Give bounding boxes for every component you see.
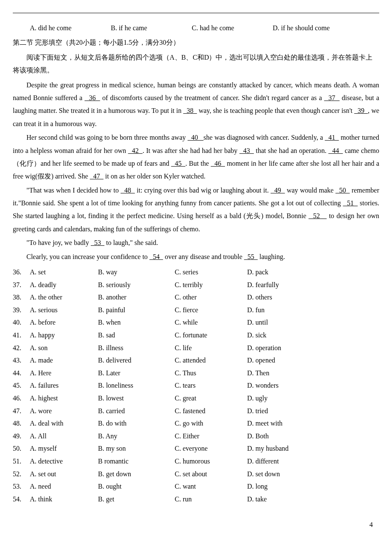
opt-b: B. loneliness (98, 379, 175, 392)
opt-a: A. before (30, 316, 98, 329)
opt-a: A. All (30, 430, 98, 443)
opt-c: C. fastened (175, 405, 247, 417)
blank-41: 41 (325, 134, 339, 141)
opt-c: C. while (175, 316, 247, 329)
opt-a: A. Here (30, 367, 98, 380)
opt-a: A. deal with (30, 417, 98, 430)
q-number: 54. (13, 493, 30, 506)
q-number: 53. (13, 480, 30, 493)
blank-48: 48 (121, 187, 135, 194)
cloze-row: 54.A. thinkB. getC. runD. take (13, 493, 379, 506)
opt-a: A. failures (30, 379, 98, 392)
opt-c: C. life (175, 342, 247, 354)
opt-b: B. carried (98, 405, 175, 417)
opt-b: B. lowest (98, 392, 175, 405)
opt-d: D. my husband (247, 442, 328, 455)
opt-b: B. when (98, 316, 175, 329)
opt-a: A. happy (30, 329, 98, 342)
opt-c: C. Either (175, 430, 247, 443)
passage-p4: "To have joy, we badly 53 to laugh," she… (13, 236, 379, 249)
opt-d: D. fun (247, 304, 328, 317)
opt-c: C. set about (175, 468, 247, 481)
p5a: Clearly, you can increase your confidenc… (26, 253, 150, 260)
q-number: 39. (13, 304, 30, 317)
opt-b: B romantic (98, 455, 175, 468)
passage-p2: Her second child was going to be born th… (13, 131, 379, 183)
opt-b: B. do with (98, 417, 175, 430)
p2a: Her second child was going to be born th… (26, 134, 187, 141)
q-number: 40. (13, 316, 30, 329)
opt-b: B. get (98, 493, 175, 506)
opt-d: D. Both (247, 430, 328, 443)
opt-c: C. series (175, 266, 247, 279)
opt-d: D. sick (247, 329, 328, 342)
opt-c: C. attended (175, 354, 247, 367)
cloze-row: 50.A. myselfB. my sonC. everyoneD. my hu… (13, 442, 379, 455)
opt-d: D. tried (247, 405, 328, 417)
cloze-row: 51.A. detectiveB romanticC. humorousD. d… (13, 455, 379, 468)
p3c: way would make (285, 187, 336, 194)
opt-c: C. tears (175, 379, 247, 392)
opt-c: C. other (175, 291, 247, 304)
opt-d: D. fearfully (247, 279, 328, 291)
q-number: 41. (13, 329, 30, 342)
section-instruction: 阅读下面短文，从短文后各题所给的四个选项（A、B、C和D）中，选出可以填入空白处… (13, 51, 379, 77)
opt-d: D. until (247, 316, 328, 329)
cloze-row: 40.A. before B. whenC. while D. until (13, 316, 379, 329)
q-number: 44. (13, 367, 30, 380)
opt-d: D. ugly (247, 392, 328, 405)
opt-c: C. great (175, 392, 247, 405)
p4a: "To have joy, we badly (26, 239, 91, 246)
blank-45: 45 (171, 160, 185, 167)
opt-b: B. illness (98, 342, 175, 354)
cloze-row: 43.A. madeB. deliveredC. attendedD. open… (13, 354, 379, 367)
passage-p1: Despite the great progress in medical sc… (13, 79, 379, 131)
blank-44: 44 (329, 147, 343, 154)
p3b: it: crying over this bad wig or laughing… (135, 187, 271, 194)
opt-a: A. detective (30, 455, 98, 468)
p4b: to laugh," she said. (104, 239, 158, 246)
q-number: 36. (13, 266, 30, 279)
blank-36: 36 (84, 94, 100, 101)
opt-c: C. go with (175, 417, 247, 430)
top-rule (13, 13, 379, 13)
opt-c: C. humorous (175, 455, 247, 468)
opt-d: D. wonders (247, 379, 328, 392)
opt-a: A. did he come (30, 22, 111, 35)
p1b: of discomforts caused by the treatment o… (100, 94, 324, 101)
cloze-row: 48.A. deal withB. do withC. go withD. me… (13, 417, 379, 430)
q-number: 51. (13, 455, 30, 468)
cloze-row: 53.A. needB. oughtC. wantD. long (13, 480, 379, 493)
opt-b: B. ought (98, 480, 175, 493)
opt-d: D. pack (247, 266, 328, 279)
opt-a: A. the other (30, 291, 98, 304)
opt-a: A. highest (30, 392, 98, 405)
blank-54: 54 (150, 253, 163, 260)
cloze-row: 38.A. the otherB. anotherC. otherD. othe… (13, 291, 379, 304)
opt-b: B. another (98, 291, 175, 304)
q-number: 52. (13, 468, 30, 481)
cloze-row: 37.A. deadlyB. seriouslyC. terriblyD. fe… (13, 279, 379, 291)
opt-d: D. long (247, 480, 328, 493)
opt-b: B. Any (98, 430, 175, 443)
opt-b: B. way (98, 266, 175, 279)
q-number: 42. (13, 342, 30, 354)
opt-c: C. fierce (175, 304, 247, 317)
cloze-row: 49.A. AllB. AnyC. EitherD. Both (13, 430, 379, 443)
page-number: 4 (369, 518, 373, 531)
opt-c: C. everyone (175, 442, 247, 455)
q-number: 45. (13, 379, 30, 392)
top-mc-options: A. did he come B. if he came C. had he c… (13, 22, 379, 35)
opt-a: A. deadly (30, 279, 98, 291)
q-number: 50. (13, 442, 30, 455)
cloze-row: 42.A. sonB. illness C. life D. operation (13, 342, 379, 354)
blank-49: 49 (271, 187, 285, 194)
blank-42: 42 (128, 147, 142, 154)
cloze-options-list: 36.A. setB. wayC. seriesD. pack37.A. dea… (13, 266, 379, 505)
opt-c: C. terribly (175, 279, 247, 291)
opt-b: B. seriously (98, 279, 175, 291)
p1d: way, she is teaching people that even th… (197, 107, 354, 114)
opt-d: D. opened (247, 354, 328, 367)
p2g: . But the (185, 160, 211, 167)
blank-52: 52 (308, 212, 326, 219)
